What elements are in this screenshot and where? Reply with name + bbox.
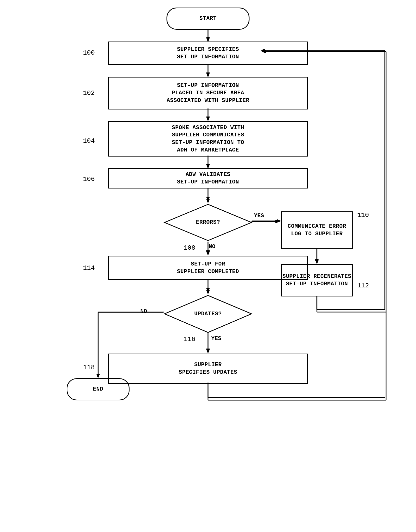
node-108: ERRORS? <box>163 203 253 242</box>
svg-marker-31 <box>206 37 210 42</box>
ref-106: 106 <box>83 175 95 183</box>
ref-110: 110 <box>357 211 369 219</box>
node-102: SET-UP INFORMATION PLACED IN SECURE AREA… <box>108 77 308 109</box>
svg-marker-43 <box>315 260 319 264</box>
node-114: SET-UP FOR SUPPLIER COMPLETED <box>108 256 308 280</box>
end-label: END <box>93 386 103 393</box>
start-label: START <box>199 15 217 22</box>
ref-118: 118 <box>83 364 95 371</box>
svg-marker-55 <box>96 374 100 378</box>
node-110: COMMUNICATE ERROR LOG TO SUPPLIER <box>281 211 353 249</box>
n108-yes-label: YES <box>254 213 264 219</box>
svg-marker-27 <box>206 349 210 353</box>
svg-marker-13 <box>315 259 319 264</box>
node-104: SPOKE ASSOCIATED WITH SUPPLIER COMMUNICA… <box>108 121 308 157</box>
n116-no-label: NO <box>140 308 147 315</box>
ref-102: 102 <box>83 89 95 97</box>
svg-marker-37 <box>206 164 210 168</box>
svg-marker-41 <box>277 219 281 223</box>
ref-112: 112 <box>357 282 369 289</box>
svg-marker-20 <box>206 250 210 255</box>
svg-marker-5 <box>206 117 210 121</box>
node-102-label: SET-UP INFORMATION PLACED IN SECURE AREA… <box>167 82 249 104</box>
node-116-label: UPDATES? <box>194 310 222 318</box>
node-108-label: ERRORS? <box>196 219 220 226</box>
flowchart: START SUPPLIER SPECIFIES SET-UP INFORMAT… <box>0 0 416 532</box>
ref-114: 114 <box>83 264 95 272</box>
node-106: ADW VALIDATES SET-UP INFORMATION <box>108 168 308 188</box>
node-110-label: COMMUNICATE ERROR LOG TO SUPPLIER <box>288 223 346 238</box>
ref-104: 104 <box>83 137 95 145</box>
ref-108: 108 <box>184 244 195 252</box>
node-104-label: SPOKE ASSOCIATED WITH SUPPLIER COMMUNICA… <box>172 124 244 154</box>
node-118-label: SUPPLIER SPECIFIES UPDATES <box>179 361 237 376</box>
node-116: UPDATES? <box>163 294 253 333</box>
node-118: SUPPLIER SPECIFIES UPDATES <box>108 354 308 384</box>
svg-marker-39 <box>206 199 210 203</box>
svg-marker-52 <box>206 290 210 294</box>
n108-no-label: NO <box>209 244 215 250</box>
node-114-label: SET-UP FOR SUPPLIER COMPLETED <box>177 260 239 275</box>
ref-116: 116 <box>184 335 195 343</box>
node-106-label: ADW VALIDATES SET-UP INFORMATION <box>177 171 239 186</box>
node-100-label: SUPPLIER SPECIFIES SET-UP INFORMATION <box>177 46 239 61</box>
node-100: SUPPLIER SPECIFIES SET-UP INFORMATION <box>108 42 308 65</box>
svg-marker-50 <box>206 251 210 256</box>
start-node: START <box>167 8 249 30</box>
svg-marker-35 <box>206 117 210 121</box>
svg-marker-33 <box>206 72 210 77</box>
svg-marker-25 <box>96 374 100 378</box>
ref-100: 100 <box>83 49 95 57</box>
svg-marker-11 <box>275 220 280 223</box>
n116-yes-label: YES <box>211 335 221 342</box>
svg-marker-57 <box>206 349 210 354</box>
svg-marker-22 <box>206 288 210 293</box>
svg-marker-9 <box>206 197 210 202</box>
